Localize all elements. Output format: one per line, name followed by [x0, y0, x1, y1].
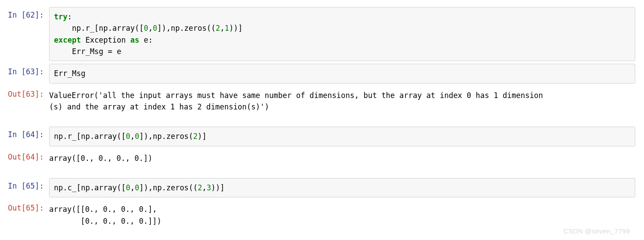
out-num: [63]: — [21, 90, 44, 98]
code-63[interactable]: Err_Msg — [49, 64, 635, 83]
in-label: In — [8, 11, 21, 19]
cell-64-input: In [64]: np.r_[np.array([0,0]),np.zeros(… — [0, 127, 644, 146]
in-num: [65]: — [21, 182, 44, 190]
code-64[interactable]: np.r_[np.array([0,0]),np.zeros(2)] — [49, 127, 635, 146]
output-64: array([0., 0., 0., 0.]) — [49, 149, 635, 164]
prompt-out-63: Out[63]: — [0, 86, 49, 98]
code-65[interactable]: np.c_[np.array([0,0]),np.zeros((2,3))] — [49, 178, 635, 197]
cell-65-output: Out[65]: array([[0., 0., 0., 0.], [0., 0… — [0, 200, 644, 227]
watermark: CSDN @seven_7799 — [563, 227, 630, 235]
out-num: [65]: — [21, 204, 44, 212]
in-num: [62]: — [21, 11, 44, 19]
prompt-in-64: In [64]: — [0, 127, 49, 139]
out-label: Out — [8, 153, 21, 161]
in-label: In — [8, 130, 21, 139]
output-63: ValueError('all the input arrays must ha… — [49, 86, 635, 113]
out-label: Out — [8, 204, 21, 212]
prompt-out-65: Out[65]: — [0, 200, 49, 212]
in-num: [63]: — [21, 67, 44, 76]
prompt-in-65: In [65]: — [0, 178, 49, 190]
prompt-in-63: In [63]: — [0, 64, 49, 76]
cell-63-input: In [63]: Err_Msg — [0, 64, 644, 83]
output-65: array([[0., 0., 0., 0.], [0., 0., 0., 0.… — [49, 200, 635, 227]
notebook: In [62]: try: np.r_[np.array([0,0]),np.z… — [0, 0, 644, 238]
in-label: In — [8, 67, 21, 76]
prompt-out-64: Out[64]: — [0, 149, 49, 161]
in-num: [64]: — [21, 130, 44, 139]
cell-64-output: Out[64]: array([0., 0., 0., 0.]) — [0, 149, 644, 164]
in-label: In — [8, 182, 21, 190]
prompt-in-62: In [62]: — [0, 7, 49, 19]
out-label: Out — [8, 90, 21, 98]
code-62[interactable]: try: np.r_[np.array([0,0]),np.zeros((2,1… — [49, 7, 635, 61]
out-num: [64]: — [21, 153, 44, 161]
cell-63-output: Out[63]: ValueError('all the input array… — [0, 86, 644, 113]
cell-65-input: In [65]: np.c_[np.array([0,0]),np.zeros(… — [0, 178, 644, 197]
cell-62-input: In [62]: try: np.r_[np.array([0,0]),np.z… — [0, 7, 644, 61]
